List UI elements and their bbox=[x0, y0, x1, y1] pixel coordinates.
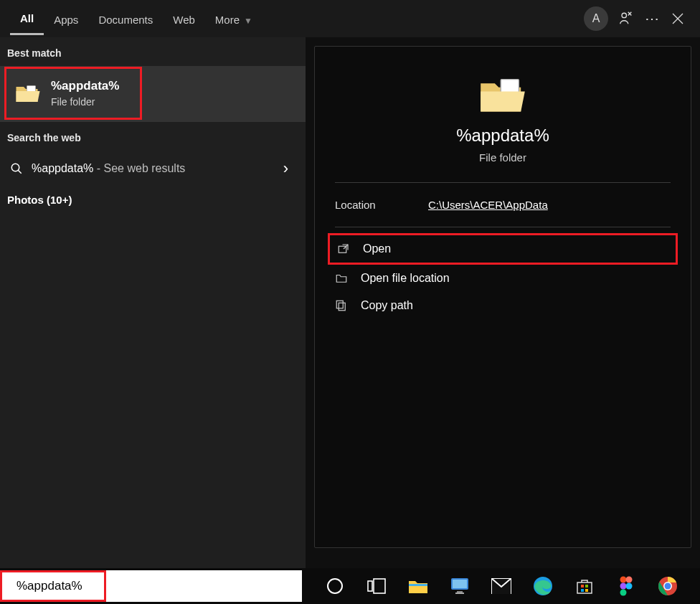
svg-point-29 bbox=[620, 583, 627, 590]
svg-point-4 bbox=[11, 164, 19, 171]
action-open[interactable]: Open bbox=[328, 233, 678, 265]
svg-rect-9 bbox=[339, 303, 345, 311]
feedback-icon[interactable] bbox=[618, 11, 634, 27]
svg-point-30 bbox=[626, 583, 633, 590]
chevron-down-icon: ▼ bbox=[244, 16, 252, 26]
search-header: All Apps Documents Web More▼ A ⋯ bbox=[0, 0, 700, 37]
svg-rect-24 bbox=[585, 585, 588, 588]
action-copy-path[interactable]: Copy path bbox=[328, 292, 678, 319]
svg-point-27 bbox=[620, 577, 627, 583]
results-panel: Best match %appdata% File folder Sea bbox=[0, 37, 306, 568]
svg-rect-20 bbox=[455, 593, 464, 594]
main-area: Best match %appdata% File folder Sea bbox=[0, 37, 700, 568]
action-open-file-location[interactable]: Open file location bbox=[328, 265, 678, 292]
user-avatar[interactable]: A bbox=[584, 6, 608, 31]
folder-icon bbox=[15, 82, 41, 104]
search-web-heading: Search the web bbox=[0, 122, 306, 151]
mail-icon[interactable] bbox=[491, 575, 512, 597]
location-label: Location bbox=[335, 199, 428, 211]
svg-rect-23 bbox=[581, 585, 584, 588]
best-match-heading: Best match bbox=[0, 37, 306, 66]
taskbar-search[interactable] bbox=[2, 570, 302, 602]
header-controls: A ⋯ bbox=[584, 6, 693, 31]
location-row: Location C:\Users\ACER\AppData bbox=[315, 183, 691, 227]
task-view-icon[interactable] bbox=[366, 575, 387, 597]
figma-icon[interactable] bbox=[615, 575, 637, 597]
search-input[interactable] bbox=[16, 579, 169, 593]
best-match-subtitle: File folder bbox=[51, 96, 119, 108]
location-path[interactable]: C:\Users\ACER\AppData bbox=[428, 199, 548, 211]
svg-rect-16 bbox=[409, 584, 427, 586]
tab-documents[interactable]: Documents bbox=[88, 4, 163, 34]
web-result-row[interactable]: %appdata% - See web results › bbox=[0, 151, 306, 187]
best-match-result[interactable]: %appdata% File folder bbox=[0, 66, 306, 122]
copy-icon bbox=[335, 299, 348, 312]
microsoft-store-icon[interactable] bbox=[574, 575, 595, 597]
svg-rect-25 bbox=[581, 589, 584, 592]
chrome-icon[interactable] bbox=[657, 575, 678, 597]
tab-web[interactable]: Web bbox=[163, 4, 205, 34]
filter-tabs: All Apps Documents Web More▼ bbox=[10, 2, 584, 35]
svg-line-8 bbox=[344, 245, 348, 249]
cortana-icon[interactable] bbox=[324, 575, 346, 597]
svg-point-0 bbox=[622, 13, 626, 17]
folder-icon bbox=[478, 75, 528, 115]
svg-point-34 bbox=[665, 583, 671, 590]
taskbar bbox=[0, 568, 700, 604]
action-copy-path-label: Copy path bbox=[361, 299, 413, 312]
taskbar-icons bbox=[304, 575, 700, 597]
svg-rect-14 bbox=[368, 581, 372, 591]
preview-card: %appdata% File folder Location C:\Users\… bbox=[314, 46, 691, 548]
edge-icon[interactable] bbox=[532, 575, 554, 597]
chevron-right-icon: › bbox=[283, 159, 295, 178]
file-explorer-icon[interactable] bbox=[407, 575, 429, 597]
svg-point-28 bbox=[626, 577, 633, 583]
tab-more-label: More bbox=[215, 14, 240, 26]
svg-point-13 bbox=[328, 579, 342, 593]
monitor-app-icon[interactable] bbox=[449, 575, 470, 597]
web-result-query: %appdata% bbox=[32, 162, 93, 174]
action-open-label: Open bbox=[363, 242, 391, 255]
actions-list: Open Open file location Copy path bbox=[315, 227, 691, 325]
tab-all[interactable]: All bbox=[10, 2, 44, 35]
close-icon[interactable] bbox=[670, 11, 686, 27]
svg-rect-19 bbox=[457, 591, 463, 593]
more-options-icon[interactable]: ⋯ bbox=[644, 11, 660, 27]
best-match-text: %appdata% File folder bbox=[51, 79, 119, 108]
svg-rect-18 bbox=[453, 580, 467, 588]
web-result-text: %appdata% - See web results bbox=[32, 162, 185, 175]
svg-point-31 bbox=[620, 590, 627, 596]
svg-line-5 bbox=[18, 170, 22, 174]
photos-heading[interactable]: Photos (10+) bbox=[0, 187, 306, 213]
open-icon bbox=[337, 242, 350, 255]
svg-rect-26 bbox=[585, 589, 588, 592]
svg-rect-15 bbox=[374, 579, 385, 593]
preview-subtitle: File folder bbox=[315, 151, 691, 164]
tab-more[interactable]: More▼ bbox=[205, 4, 262, 34]
web-result-suffix: - See web results bbox=[93, 162, 185, 174]
preview-title: %appdata% bbox=[315, 126, 691, 146]
folder-outline-icon bbox=[335, 272, 348, 285]
preview-panel: %appdata% File folder Location C:\Users\… bbox=[306, 37, 700, 568]
svg-rect-10 bbox=[336, 301, 343, 308]
search-icon bbox=[10, 162, 23, 175]
best-match-wrapper: %appdata% File folder bbox=[0, 66, 306, 122]
action-open-location-label: Open file location bbox=[361, 272, 450, 285]
tab-apps[interactable]: Apps bbox=[44, 4, 88, 34]
best-match-title: %appdata% bbox=[51, 79, 119, 93]
